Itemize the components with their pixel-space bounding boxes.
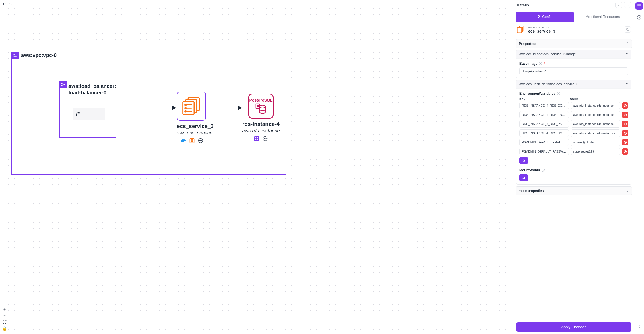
vpc-label: aws:vpc:vpc-0 xyxy=(21,52,57,58)
env-var-key-input[interactable] xyxy=(519,102,569,109)
env-var-value-input[interactable] xyxy=(571,148,621,155)
info-icon[interactable]: i xyxy=(542,169,545,172)
env-var-value-input[interactable] xyxy=(571,129,621,137)
more-properties-toggle[interactable]: more properties ⌄ xyxy=(516,186,632,195)
kv-key-header: Key xyxy=(519,97,568,101)
delete-env-var-button[interactable] xyxy=(622,130,628,136)
more-icon[interactable] xyxy=(262,135,268,142)
rds-instance-name: rds-instance-4 xyxy=(241,121,281,127)
resource-name-label: ecs_service_3 xyxy=(528,29,555,33)
delete-env-var-button[interactable] xyxy=(622,121,628,127)
svg-point-11 xyxy=(185,111,186,112)
svg-rect-31 xyxy=(254,136,259,141)
env-var-value-input[interactable] xyxy=(571,120,621,128)
delete-env-var-button[interactable] xyxy=(622,112,628,118)
env-var-key-input[interactable] xyxy=(519,111,569,118)
kv-value-header: Value xyxy=(570,97,619,101)
svg-point-7 xyxy=(185,104,186,106)
lock-icon[interactable]: 🔒 xyxy=(2,325,7,331)
env-var-row xyxy=(519,120,628,128)
env-var-row xyxy=(519,102,628,109)
chevron-up-icon: ⌃ xyxy=(625,52,628,56)
chevron-up-icon: ⌃ xyxy=(625,82,628,86)
group-header-ecr-image[interactable]: aws:ecr_image:ecs_service_3-image ⌃ xyxy=(516,50,631,59)
resource-type-label: aws-ecs_service xyxy=(528,25,555,29)
env-var-key-input[interactable] xyxy=(519,148,569,155)
menu-icon[interactable]: ☰ xyxy=(635,2,643,10)
env-var-row xyxy=(519,139,628,146)
collapse-sidebar-icon[interactable] xyxy=(635,323,643,331)
svg-rect-32 xyxy=(255,137,256,138)
svg-rect-16 xyxy=(182,139,183,140)
ecs-service-name: ecs_service_3 xyxy=(177,123,207,129)
diagram-canvas[interactable]: ↶ ↷ ＋ － ⛶ 🔒 aws:vpc:vpc-0 aws xyxy=(0,0,514,334)
svg-rect-34 xyxy=(255,139,256,140)
svg-point-25 xyxy=(201,140,202,141)
resource-type-icon xyxy=(517,25,525,34)
load-balancer-container[interactable]: aws:load_balancer: load-balancer-0 /* xyxy=(59,81,116,138)
mount-points-label: MountPoints i xyxy=(519,168,628,172)
more-icon[interactable] xyxy=(197,137,204,144)
group-header-task-definition[interactable]: aws:ecs_task_definition:ecs_service_3 ⌃ xyxy=(516,80,631,89)
next-resource-button[interactable]: → xyxy=(624,2,631,8)
ecs-service-type: aws:ecs_service xyxy=(177,130,207,136)
undo-icon[interactable]: ↶ xyxy=(2,2,6,6)
svg-point-9 xyxy=(185,108,186,109)
svg-point-23 xyxy=(199,140,200,141)
info-icon[interactable]: i xyxy=(557,92,560,95)
env-var-row xyxy=(519,129,628,137)
rds-instance-type: aws:rds_instance xyxy=(241,128,281,134)
env-var-key-input[interactable] xyxy=(519,129,569,137)
base-image-input[interactable] xyxy=(519,67,628,75)
properties-section-header[interactable]: Properties ⌃ xyxy=(516,39,632,48)
tab-config[interactable]: Config xyxy=(516,12,574,22)
fullscreen-icon[interactable]: ⛶ xyxy=(2,319,7,325)
load-balancer-icon xyxy=(59,81,67,88)
base-image-label: BaseImage i * xyxy=(519,62,628,66)
vpc-container[interactable]: aws:vpc:vpc-0 aws:load_balancer: load-ba… xyxy=(11,52,286,175)
info-icon[interactable]: i xyxy=(539,62,542,65)
delete-env-var-button[interactable] xyxy=(622,102,628,109)
prev-resource-button[interactable]: ← xyxy=(615,2,622,8)
add-mount-point-button[interactable] xyxy=(519,174,528,181)
chevron-down-icon: ⌄ xyxy=(626,189,629,193)
delete-env-var-button[interactable] xyxy=(622,148,628,155)
env-vars-label: EnvironmentVariables i xyxy=(519,92,628,96)
add-env-var-button[interactable] xyxy=(519,157,528,164)
edge-ecs-to-rds xyxy=(207,106,244,110)
ecs-service-icon xyxy=(177,92,206,121)
delete-env-var-button[interactable] xyxy=(622,139,628,145)
env-var-value-input[interactable] xyxy=(571,139,621,146)
zoom-in-icon[interactable]: ＋ xyxy=(2,307,7,312)
env-var-key-input[interactable] xyxy=(519,139,569,146)
rds-instance-icon: PostgreSQL xyxy=(248,94,274,119)
load-balancer-route[interactable]: /* xyxy=(73,108,105,120)
chevron-up-icon: ⌃ xyxy=(626,42,629,46)
docker-icon[interactable] xyxy=(180,137,187,144)
apply-changes-button[interactable]: Apply Changes xyxy=(516,322,631,332)
env-var-value-input[interactable] xyxy=(571,111,621,118)
env-var-value-input[interactable] xyxy=(571,102,621,109)
gear-icon xyxy=(537,15,540,19)
svg-rect-33 xyxy=(257,137,258,138)
copy-id-button[interactable] xyxy=(625,26,631,33)
subnet-group-icon[interactable] xyxy=(253,135,260,142)
rds-instance-node[interactable]: PostgreSQL rds-instance-4 aws:rds_instan… xyxy=(241,92,281,142)
svg-rect-17 xyxy=(183,139,184,140)
load-balancer-title: aws:load_balancer: load-balancer-0 xyxy=(68,83,116,96)
redo-icon[interactable]: ↷ xyxy=(8,2,13,6)
svg-point-39 xyxy=(266,138,267,139)
svg-point-27 xyxy=(259,105,265,108)
env-var-key-input[interactable] xyxy=(519,120,569,128)
svg-rect-35 xyxy=(257,139,258,140)
ecs-service-node[interactable]: ecs_service_3 aws:ecs_service xyxy=(177,92,207,144)
tab-additional-resources[interactable]: Additional Resources xyxy=(574,12,632,22)
env-var-row xyxy=(519,148,628,155)
svg-point-24 xyxy=(200,140,201,141)
right-rail: ☰ xyxy=(634,0,644,334)
edge-lb-to-ecs xyxy=(116,106,178,110)
history-icon[interactable] xyxy=(635,14,643,21)
zoom-out-icon[interactable]: － xyxy=(2,313,7,319)
task-definition-icon[interactable] xyxy=(189,137,195,144)
env-var-row xyxy=(519,111,628,118)
